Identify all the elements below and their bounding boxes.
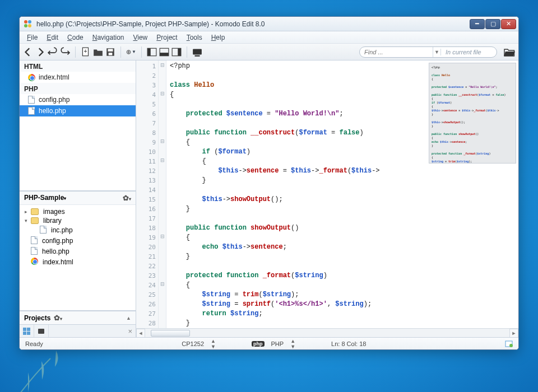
minimize-button[interactable]: ━ (470, 19, 485, 29)
find-dropdown[interactable]: ▼ (433, 47, 440, 57)
tree-folder[interactable]: ▸images (23, 207, 132, 216)
sidebar-tab-places[interactable] (20, 325, 34, 337)
toolbar: + ▼ ▼ In current file (20, 44, 518, 60)
menu-help[interactable]: Help (207, 32, 229, 43)
scroll-right-icon[interactable]: ► (509, 329, 518, 337)
collapse-icon[interactable]: ▲ (126, 315, 131, 321)
lang-stepper-icon[interactable]: ▲▼ (290, 338, 295, 349)
menu-code[interactable]: Code (63, 32, 87, 43)
file-icon (31, 247, 38, 256)
sidebar-tab-code[interactable] (34, 325, 49, 337)
sync-status-icon[interactable] (505, 340, 513, 348)
chrome-icon (27, 73, 35, 81)
scroll-left-icon[interactable]: ◄ (136, 329, 145, 337)
forward-button[interactable] (35, 47, 45, 57)
svg-rect-3 (108, 49, 113, 52)
folder-icon (31, 217, 39, 224)
project-settings-icon[interactable]: ✿▾ (123, 194, 131, 202)
doc-icon (27, 96, 35, 104)
find-input[interactable] (360, 47, 433, 57)
menu-file[interactable]: File (23, 32, 41, 43)
folder-icon (31, 208, 39, 215)
tree-label: index.html (43, 258, 73, 266)
tree-file[interactable]: config.php (23, 236, 132, 246)
svg-text:+: + (84, 48, 87, 54)
main-area: HTMLindex.htmlPHPconfig.phphello.php PHP… (20, 60, 518, 337)
svg-rect-17 (27, 332, 30, 335)
terminal-icon[interactable] (192, 47, 202, 57)
panel-bottom-icon[interactable] (159, 47, 169, 57)
svg-rect-12 (193, 49, 202, 54)
tree-twisty-icon[interactable]: ▸ (23, 209, 29, 214)
projects-section[interactable]: Projects ✿▾ ▲ (20, 311, 136, 324)
status-cursor: Ln: 8 Col: 18 (331, 340, 366, 347)
menu-tools[interactable]: Tools (183, 32, 206, 43)
tree-file[interactable]: inc.php (23, 225, 132, 236)
panel-left-icon[interactable] (147, 47, 157, 57)
tree-file[interactable]: index.html (23, 257, 132, 267)
openfiles-group: HTML (20, 60, 136, 72)
openfile-item[interactable]: config.php (20, 94, 136, 105)
open-folder-button[interactable] (504, 47, 515, 57)
fold-column[interactable]: ⊟⊟⊟⊟⊟⊟ (159, 60, 166, 328)
status-ready: Ready (25, 340, 43, 347)
open-files-pane: HTMLindex.htmlPHPconfig.phphello.php (20, 60, 136, 191)
tree-label: library (43, 217, 62, 225)
svg-rect-9 (160, 53, 169, 56)
svg-rect-18 (38, 329, 44, 334)
redo-button[interactable] (60, 47, 70, 57)
undo-button[interactable] (48, 47, 58, 57)
open-button[interactable] (93, 47, 103, 57)
status-language[interactable]: PHP (271, 340, 284, 347)
file-label: index.html (39, 73, 69, 81)
horizontal-scrollbar[interactable]: ◄ ► (136, 328, 518, 337)
tree-file[interactable]: hello.php (23, 246, 132, 257)
scroll-thumb[interactable] (151, 330, 190, 337)
tree-label: hello.php (42, 248, 69, 255)
panel-right-icon[interactable] (171, 47, 182, 57)
sidebar-close-icon[interactable]: × (128, 327, 132, 335)
menu-project[interactable]: Project (152, 32, 181, 43)
minimap[interactable]: <?php class Hello{ protected $sentence =… (429, 63, 516, 164)
menu-edit[interactable]: Edit (43, 32, 62, 43)
sidebar-tabs: × (20, 324, 136, 337)
find-scope[interactable]: In current file (440, 49, 497, 55)
project-name[interactable]: PHP-Sample▾ (24, 194, 66, 202)
tree-label: inc.php (51, 226, 73, 234)
editor[interactable]: 1234567891011121314151617181920212223242… (136, 60, 518, 328)
tree-label: images (43, 208, 65, 216)
close-button[interactable]: ✕ (501, 19, 516, 29)
titlebar[interactable]: hello.php (C:\Projects\PHP-Sample, Proje… (20, 17, 518, 31)
status-encoding[interactable]: CP1252 (182, 340, 204, 347)
new-file-button[interactable]: + (81, 47, 91, 57)
globe-button[interactable]: ▼ (126, 47, 136, 57)
tree-folder[interactable]: ▾library (23, 216, 132, 225)
back-button[interactable] (23, 47, 33, 57)
menu-view[interactable]: View (129, 32, 151, 43)
sidebar: HTMLindex.htmlPHPconfig.phphello.php PHP… (20, 60, 136, 337)
tree-label: config.php (42, 237, 73, 245)
doc-icon (27, 107, 35, 115)
encoding-stepper-icon[interactable]: ▲▼ (211, 338, 216, 349)
save-button[interactable] (105, 47, 115, 57)
project-tree: ▸images▾libraryinc.phpconfig.phphello.ph… (20, 205, 136, 269)
window-title: hello.php (C:\Projects\PHP-Sample, Proje… (36, 20, 470, 28)
svg-rect-4 (109, 53, 113, 55)
openfile-item[interactable]: index.html (20, 72, 136, 83)
tree-twisty-icon[interactable]: ▾ (23, 218, 29, 223)
svg-rect-16 (23, 332, 26, 335)
lang-badge: php (252, 341, 265, 347)
openfiles-group: PHP (20, 83, 136, 94)
svg-point-20 (509, 344, 513, 347)
app-icon (24, 20, 33, 28)
maximize-button[interactable]: ▢ (485, 19, 500, 29)
file-label: hello.php (39, 107, 66, 115)
projects-gear-icon[interactable]: ✿▾ (54, 314, 62, 322)
menu-navigation[interactable]: Navigation (89, 32, 128, 43)
project-pane: PHP-Sample▾ ✿▾ ▸images▾libraryinc.phpcon… (20, 191, 136, 311)
app-window: hello.php (C:\Projects\PHP-Sample, Proje… (19, 16, 519, 350)
openfile-item[interactable]: hello.php (20, 105, 136, 116)
svg-rect-7 (147, 48, 151, 56)
statusbar: Ready CP1252 ▲▼ php PHP ▲▼ Ln: 8 Col: 18 (20, 337, 518, 349)
file-icon (31, 236, 38, 246)
